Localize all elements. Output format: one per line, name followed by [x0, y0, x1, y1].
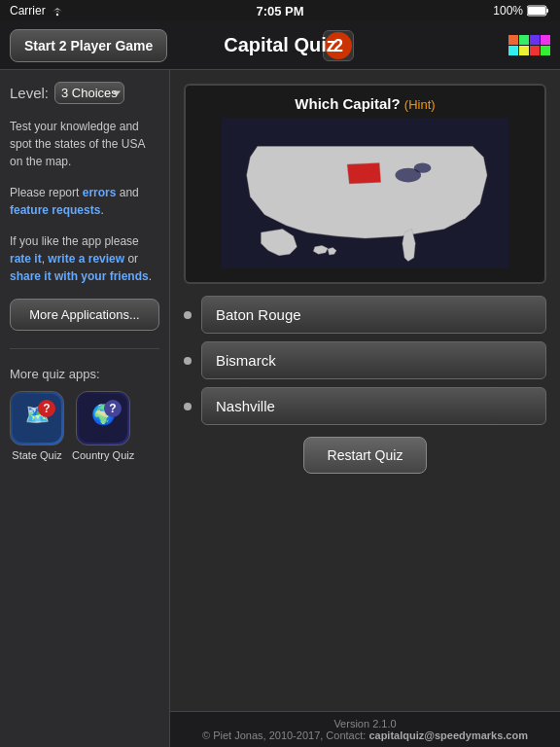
- quiz-apps-row: 🗺️ ? State Quiz 🌍 ?: [10, 391, 159, 461]
- level-label: Level:: [10, 85, 49, 101]
- sidebar-divider: [10, 348, 159, 349]
- sidebar: Level: 2 Choices 3 Choices 4 Choices 5 C…: [0, 70, 170, 747]
- map-container: Which Capital? (Hint): [184, 84, 546, 284]
- status-time: 7:05 PM: [256, 4, 303, 18]
- rate-link[interactable]: rate it: [10, 252, 42, 266]
- svg-rect-2: [546, 9, 548, 13]
- country-quiz-label: Country Quiz: [72, 449, 134, 461]
- info-text-3: If you like the app please rate it, writ…: [10, 232, 159, 285]
- country-quiz-icon: 🌍 ?: [76, 391, 130, 445]
- choice-button-2[interactable]: Nashville: [201, 387, 546, 425]
- choice-item-1: Bismarck: [184, 341, 546, 379]
- footer-email: capitalquiz@speedymarks.com: [368, 729, 528, 741]
- bullet-0: [184, 311, 192, 319]
- country-quiz-item[interactable]: 🌍 ? Country Quiz: [72, 391, 134, 461]
- content-area: Which Capital? (Hint): [170, 70, 560, 747]
- choice-item-2: Nashville: [184, 387, 546, 425]
- footer-version: Version 2.1.0: [176, 718, 554, 729]
- usa-map: [195, 118, 535, 268]
- info-text-2: Please report errors and feature request…: [10, 184, 159, 219]
- map-hint: (Hint): [404, 97, 436, 112]
- choices-list: Baton Rouge Bismarck Nashville: [184, 296, 546, 425]
- battery-text: 100%: [493, 4, 523, 18]
- footer: Version 2.1.0 © Piet Jonas, 2010-2017, C…: [170, 711, 560, 747]
- choice-button-0[interactable]: Baton Rouge: [201, 296, 546, 334]
- bullet-2: [184, 403, 192, 410]
- svg-rect-3: [528, 7, 545, 15]
- status-right: 100%: [493, 4, 550, 18]
- state-quiz-item[interactable]: 🗺️ ? State Quiz: [10, 391, 64, 461]
- status-bar: Carrier 7:05 PM 100%: [0, 0, 560, 21]
- start-2player-button[interactable]: Start 2 Player Game: [10, 29, 167, 62]
- battery-icon: [527, 5, 550, 17]
- app-header: Start 2 Player Game 2 Capital Quiz: [0, 21, 560, 70]
- svg-point-16: [414, 163, 432, 173]
- svg-text:?: ?: [109, 402, 116, 415]
- share-link[interactable]: share it with your friends: [10, 269, 149, 283]
- restart-button[interactable]: Restart Quiz: [303, 437, 428, 474]
- bullet-1: [184, 357, 192, 365]
- quiz-apps-label: More quiz apps:: [10, 367, 159, 381]
- main-layout: Level: 2 Choices 3 Choices 4 Choices 5 C…: [0, 70, 560, 747]
- quiz-apps-section: More quiz apps: 🗺️ ? State Quiz: [10, 367, 159, 461]
- status-left: Carrier: [10, 4, 65, 18]
- svg-point-0: [55, 14, 57, 16]
- feature-requests-link[interactable]: feature requests: [10, 203, 100, 217]
- state-quiz-icon: 🗺️ ?: [10, 391, 64, 445]
- carrier-text: Carrier: [10, 4, 46, 18]
- state-quiz-label: State Quiz: [12, 449, 61, 461]
- app-title: Capital Quiz: [224, 34, 336, 56]
- info-text-1: Test your knowledge and spot the states …: [10, 118, 159, 170]
- wifi-icon: [50, 5, 65, 17]
- svg-text:?: ?: [43, 402, 50, 415]
- level-row: Level: 2 Choices 3 Choices 4 Choices 5 C…: [10, 82, 159, 104]
- choice-button-1[interactable]: Bismarck: [201, 341, 546, 379]
- errors-link[interactable]: errors: [83, 186, 117, 199]
- more-applications-button[interactable]: More Applications...: [10, 299, 159, 331]
- map-question: Which Capital? (Hint): [195, 95, 535, 112]
- choice-item-0: Baton Rouge: [184, 296, 546, 334]
- restart-btn-row: Restart Quiz: [184, 437, 546, 474]
- level-dropdown-wrapper: 2 Choices 3 Choices 4 Choices 5 Choices: [54, 82, 124, 104]
- color-grid: [508, 35, 550, 55]
- level-select[interactable]: 2 Choices 3 Choices 4 Choices 5 Choices: [54, 82, 124, 104]
- footer-copyright: © Piet Jonas, 2010-2017, Contact: capita…: [176, 729, 554, 741]
- review-link[interactable]: write a review: [48, 252, 124, 266]
